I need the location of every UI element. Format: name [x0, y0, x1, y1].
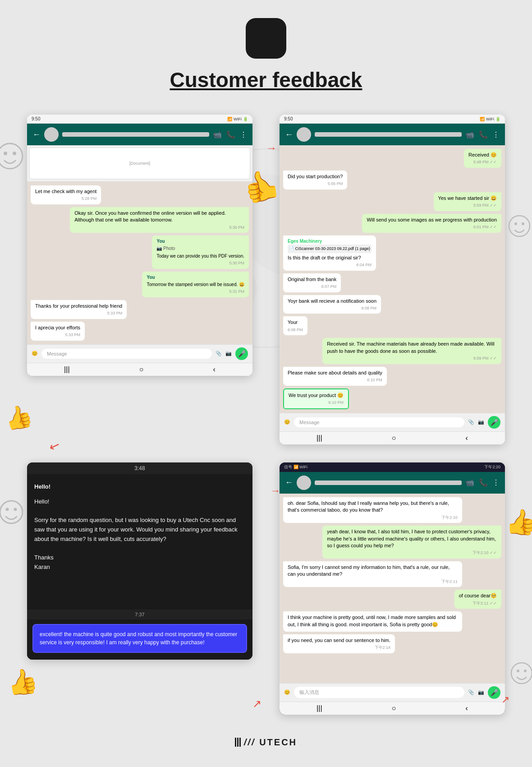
back-icon-1: ←	[32, 130, 41, 139]
header-icons-1: 📹 📞 ⋮	[213, 130, 247, 139]
chat-screenshot-1: 9:50 📶 WiFi 🔋 ← 📹 📞 ⋮	[27, 115, 252, 376]
msg-4-2: yeah dear, I know that, I also told him,…	[322, 526, 501, 559]
svg-point-14	[511, 663, 532, 684]
msg-4-3: Sofia, I'm sorry I cannot send my inform…	[283, 561, 462, 587]
mic-button-4[interactable]: 🎤	[488, 686, 500, 699]
svg-point-15	[517, 670, 519, 672]
svg-point-9	[514, 222, 517, 225]
message-input-4[interactable]: 输入消息	[294, 687, 464, 698]
nav-home-1: ○	[139, 365, 144, 374]
message-input-1[interactable]: Message	[41, 349, 212, 359]
emoji-icon-1: 😊	[32, 351, 38, 356]
footer-prefix: ///	[244, 737, 256, 747]
msg-2-9: Received sir. The machine materials have…	[322, 338, 501, 364]
msg-2-2: Did you start production? 5:56 PM	[283, 171, 347, 189]
chat-body-1: Let me check with my agent 5:28 PM Okay …	[27, 182, 252, 344]
chat-header-2: ← 📹 📞 ⋮	[280, 124, 505, 145]
logo-lines	[235, 738, 241, 747]
nav-back-2: ‹	[466, 434, 468, 442]
svg-point-7	[13, 152, 16, 155]
screenshots-grid: 👍 9:50 📶 WiFi 🔋 ← 📹	[27, 115, 505, 715]
screenshot-1-area: 👍 9:50 📶 WiFi 🔋 ← 📹	[27, 115, 252, 444]
page-title: Customer feedback	[170, 68, 362, 92]
thumbs-decoration-4: 👍	[505, 508, 532, 537]
dark-time-2: 7:37	[27, 610, 252, 619]
smiley-decoration-2	[507, 214, 532, 240]
smiley-decoration-1	[0, 142, 25, 173]
phone-icon-4: 📞	[479, 478, 488, 487]
msg-4-6: if you need, you can send our sentence t…	[283, 634, 395, 653]
chat-screenshot-2: 9:50 📶WiFi🔋 ← 📹 📞 ⋮	[280, 115, 505, 444]
doc-preview-1: [Document]	[27, 145, 252, 182]
menu-icon-2: ⋮	[492, 130, 500, 139]
nav-menu-4: |||	[316, 704, 322, 712]
nav-menu-2: |||	[316, 434, 322, 442]
chat-header-4: ← 📹 📞 ⋮	[280, 472, 505, 494]
dark-time-1: 3:48	[27, 462, 252, 474]
mic-button-1[interactable]: 🎤	[235, 347, 248, 360]
red-arrow-4b: ↗	[501, 694, 509, 706]
message-input-2[interactable]: Message	[294, 417, 464, 427]
svg-point-6	[4, 152, 7, 155]
back-icon-4: ←	[285, 478, 293, 487]
attach-icon-4: 📎	[468, 689, 474, 695]
chat-input-2: 😊 Message 📎 📷 🎤	[280, 413, 505, 431]
contact-name-2	[315, 132, 462, 137]
status-bar-4: 信号 📶 WiFi 下午2:20	[280, 462, 505, 472]
red-arrow-2: →	[266, 142, 277, 154]
svg-point-5	[0, 143, 23, 169]
msg-1-3: You 📷 Photo Today we can provide you thi…	[152, 236, 249, 269]
svg-point-12	[6, 508, 9, 511]
avatar-4	[297, 476, 311, 490]
nav-home-2: ○	[392, 434, 396, 442]
dark-highlighted-msg: excellent! the machine is quite good and…	[32, 624, 247, 653]
msg-2-1: Received 😊 5:48 PM ✓✓	[464, 149, 501, 168]
msg-1-4: You Tomorrow the stamped version will be…	[142, 272, 249, 297]
footer-logo-text: /// UTECH	[244, 737, 297, 748]
page-content: Customer feedback 👍 9:50 �	[0, 0, 532, 767]
thumbs-decoration-2: 👍	[241, 166, 283, 206]
msg-2-6: Original from the bank 6:07 PM	[283, 273, 341, 292]
msg-4-4: of course dear🥺 下午2:11 ✓✓	[454, 590, 501, 609]
status-icons-2: 📶WiFi🔋	[480, 117, 500, 121]
header-icons-4: 📹 📞 ⋮	[465, 478, 500, 487]
video-icon-1: 📹	[213, 130, 222, 139]
nav-bar-4: ||| ○ ‹	[280, 702, 505, 715]
menu-icon-4: ⋮	[492, 478, 500, 487]
svg-point-10	[522, 222, 524, 225]
nav-menu-1: |||	[64, 365, 69, 374]
dark-hello: Hello!	[34, 482, 245, 492]
red-arrow-4a: →	[271, 485, 280, 497]
doc-image-1: [Document]	[29, 148, 250, 179]
chat-input-1: 😊 Message 📎 📷 🎤	[27, 344, 252, 363]
mic-button-2[interactable]: 🎤	[488, 416, 500, 429]
emoji-icon-4: 😊	[284, 689, 290, 695]
svg-point-16	[524, 670, 527, 672]
msg-2-5: Eges Machinery 📄 CiScanner 03-30-2023 09…	[283, 236, 376, 271]
red-arrow-1: ↙	[47, 437, 62, 455]
nav-bar-1: ||| ○ ‹	[27, 363, 252, 376]
video-icon-2: 📹	[465, 130, 474, 139]
nav-bar-2: ||| ○ ‹	[280, 431, 505, 444]
svg-point-13	[14, 508, 17, 511]
screenshot-4-area: 👍 信号 📶 WiFi 下午2:20 ←	[280, 462, 505, 715]
screenshot-2-area: 👍 9:50 📶WiFi🔋 ←	[280, 115, 505, 444]
thumbs-decoration-1: 👍	[2, 402, 36, 434]
dark-message: Hello! Sorry for the random question, bu…	[34, 497, 245, 572]
status-time-1: 9:50	[32, 116, 40, 121]
msg-2-10: Please make sure about details and quali…	[283, 367, 387, 386]
header-icons-2: 📹 📞 ⋮	[465, 130, 500, 139]
chat-screenshot-4: 信号 📶 WiFi 下午2:20 ← 📹 📞 ⋮	[280, 462, 505, 715]
smiley-decoration-3	[0, 499, 25, 527]
msg-4-5: I think your machine is pretty good, unt…	[283, 611, 462, 632]
attach-icon-2: 📎	[468, 419, 474, 425]
footer-logo: /// UTECH	[235, 737, 297, 748]
video-icon-4: 📹	[465, 478, 474, 487]
dark-highlight-area: excellent! the machine is quite good and…	[27, 619, 252, 660]
status-bar-1: 9:50 📶 WiFi 🔋	[27, 115, 252, 124]
chat-input-4: 😊 输入消息 📎 📷 🎤	[280, 683, 505, 702]
camera-icon-1: 📷	[225, 351, 232, 356]
phone-icon-2: 📞	[479, 130, 488, 139]
chat-body-2: Received 😊 5:48 PM ✓✓ Did you start prod…	[280, 145, 505, 413]
camera-icon-4: 📷	[478, 689, 484, 695]
